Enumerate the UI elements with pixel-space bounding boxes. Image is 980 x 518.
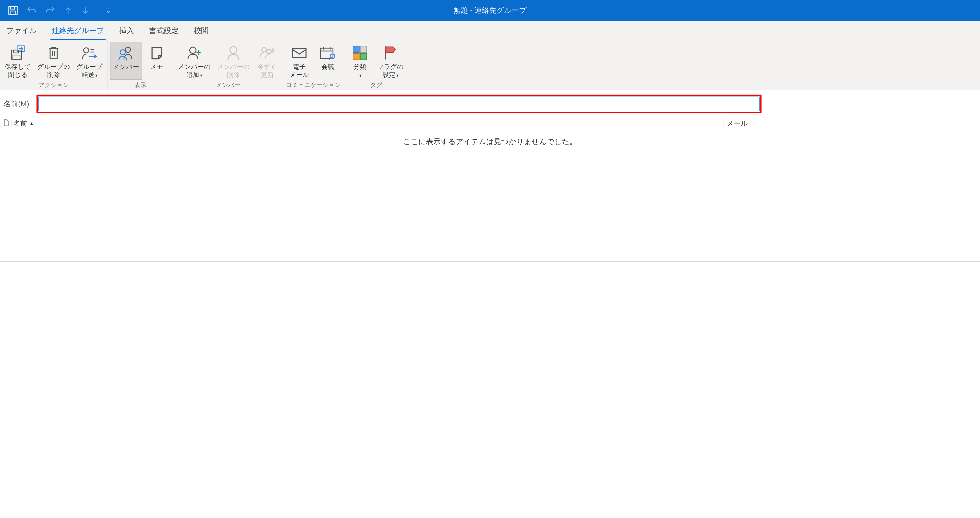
members-icon — [118, 43, 135, 63]
meeting-label: 会議 — [321, 63, 334, 71]
notes-view-button[interactable]: メモ — [143, 41, 170, 80]
qat-customize-icon[interactable] — [105, 7, 112, 14]
svg-rect-1 — [11, 6, 14, 9]
arrow-up-icon[interactable] — [63, 5, 73, 16]
add-member-label: メンバーの 追加▾ — [178, 63, 211, 79]
categorize-label: 分類▾ — [353, 63, 366, 79]
remove-member-button: メンバーの 削除 — [215, 41, 252, 80]
document-icon — [3, 119, 9, 128]
tab-format[interactable]: 書式設定 — [148, 23, 180, 40]
svg-rect-22 — [293, 48, 306, 57]
column-name[interactable]: 名前 ▲ — [0, 118, 724, 129]
categorize-button[interactable]: 分類▾ — [346, 41, 373, 80]
list-body: ここに表示するアイテムは見つかりませんでした。 — [0, 129, 980, 262]
forward-group-icon — [81, 43, 98, 63]
group-actions: 保存して 閉じる グループの 削除 — [0, 40, 108, 90]
undo-icon[interactable] — [26, 5, 37, 16]
svg-rect-2 — [10, 11, 16, 14]
svg-point-19 — [230, 46, 237, 53]
save-and-close-button[interactable]: 保存して 閉じる — [2, 41, 33, 80]
tab-review[interactable]: 校閲 — [192, 23, 210, 40]
name-input-highlight — [37, 95, 762, 113]
members-view-button[interactable]: メンバー — [110, 41, 142, 80]
window-title: 無題 - 連絡先グループ — [453, 5, 527, 16]
envelope-icon — [291, 43, 307, 63]
add-member-button[interactable]: メンバーの 追加▾ — [175, 41, 213, 80]
svg-rect-30 — [353, 53, 360, 60]
members-label: メンバー — [113, 63, 139, 71]
svg-point-20 — [262, 48, 266, 52]
update-now-label: 今すぐ 更新 — [258, 63, 277, 79]
forward-group-button[interactable]: グループ 転送▾ — [74, 41, 105, 80]
quick-access-toolbar — [7, 5, 112, 16]
svg-point-11 — [84, 48, 89, 53]
svg-rect-8 — [50, 49, 57, 58]
refresh-icon — [259, 43, 275, 63]
group-tags-label: タグ — [370, 80, 382, 89]
column-mail[interactable]: メール — [724, 118, 980, 129]
svg-rect-31 — [360, 53, 367, 60]
column-mail-label: メール — [727, 119, 748, 128]
svg-point-16 — [190, 47, 196, 53]
redo-icon[interactable] — [45, 5, 56, 16]
tab-file[interactable]: ファイル — [5, 23, 38, 40]
trash-icon — [46, 43, 61, 63]
group-show-label: 表示 — [134, 80, 146, 89]
svg-rect-29 — [360, 46, 367, 53]
list-header: 名前 ▲ メール — [0, 118, 980, 129]
delete-group-label: グループの 削除 — [37, 63, 70, 79]
name-input[interactable] — [38, 97, 760, 111]
svg-point-21 — [267, 49, 271, 54]
svg-rect-28 — [353, 46, 360, 53]
svg-rect-7 — [13, 55, 20, 59]
ribbon-tabs: ファイル 連絡先グループ 挿入 書式設定 校閲 — [0, 21, 980, 40]
save-close-label: 保存して 閉じる — [5, 63, 31, 79]
tab-insert[interactable]: 挿入 — [118, 23, 135, 40]
email-label: 電子 メール — [290, 63, 309, 79]
group-show: メンバー メモ 表示 — [108, 40, 173, 90]
tab-contact-group[interactable]: 連絡先グループ — [51, 23, 105, 40]
group-communicate-label: コミュニケーション — [286, 80, 341, 89]
email-button[interactable]: 電子 メール — [286, 41, 313, 80]
save-icon[interactable] — [7, 5, 19, 16]
flag-label: フラグの 設定▾ — [377, 63, 404, 79]
update-now-button: 今すぐ 更新 — [254, 41, 281, 80]
arrow-down-icon[interactable] — [80, 5, 90, 16]
meeting-button[interactable]: 会議 — [314, 41, 341, 80]
svg-point-14 — [125, 47, 130, 53]
flag-button[interactable]: フラグの 設定▾ — [375, 41, 406, 80]
svg-point-15 — [120, 50, 125, 55]
column-name-label: 名前 — [13, 119, 27, 128]
ribbon: 保存して 閉じる グループの 削除 — [0, 40, 980, 90]
flag-icon — [383, 43, 398, 63]
remove-member-icon — [226, 43, 241, 63]
remove-member-label: メンバーの 削除 — [217, 63, 250, 79]
group-communicate: 電子 メール 会議 コミュニケーション — [283, 40, 344, 90]
categorize-icon — [352, 43, 368, 63]
svg-rect-23 — [321, 48, 333, 59]
notes-label: メモ — [150, 63, 163, 71]
add-member-icon — [186, 43, 202, 63]
calendar-meeting-icon — [319, 43, 336, 63]
sort-asc-icon: ▲ — [29, 121, 34, 126]
group-tags: 分類▾ フラグの 設定▾ タグ — [344, 40, 409, 90]
group-members-label: メンバー — [216, 80, 240, 89]
notes-icon — [150, 43, 164, 63]
forward-group-label: グループ 転送▾ — [76, 63, 103, 79]
save-close-icon — [9, 43, 27, 63]
empty-message: ここに表示するアイテムは見つかりませんでした。 — [0, 129, 980, 154]
group-actions-label: アクション — [38, 80, 69, 89]
title-bar: 無題 - 連絡先グループ — [0, 0, 980, 21]
name-row: 名前(M) — [0, 90, 980, 118]
group-members: メンバーの 追加▾ メンバーの 削除 今すぐ 更 — [173, 40, 283, 90]
member-list: 名前 ▲ メール ここに表示するアイテムは見つかりませんでした。 — [0, 118, 980, 262]
name-label: 名前(M) — [3, 99, 29, 109]
delete-group-button[interactable]: グループの 削除 — [35, 41, 73, 80]
